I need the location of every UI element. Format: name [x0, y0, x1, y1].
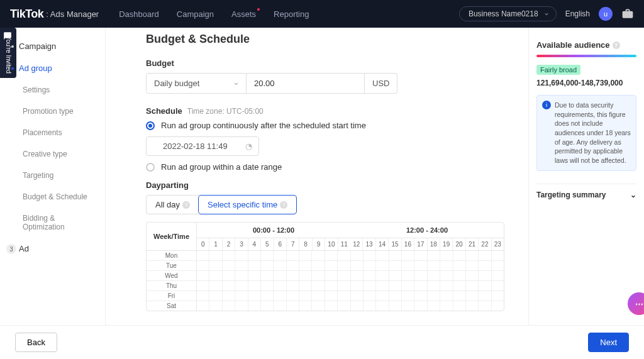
- dayparting-cell[interactable]: [287, 291, 299, 301]
- dayparting-cell[interactable]: [338, 291, 350, 301]
- dayparting-cell[interactable]: [440, 301, 453, 311]
- dayparting-cell[interactable]: [351, 281, 364, 290]
- sidebar-item-placements[interactable]: Placements: [0, 122, 105, 143]
- dayparting-cell[interactable]: [325, 291, 338, 301]
- dayparting-cell[interactable]: [197, 271, 209, 280]
- dayparting-cell[interactable]: [312, 291, 325, 301]
- dayparting-cell[interactable]: [325, 271, 338, 280]
- dayparting-cell[interactable]: [466, 251, 479, 260]
- dayparting-cell[interactable]: [402, 271, 414, 280]
- sidebar-item-targeting[interactable]: Targeting: [0, 165, 105, 186]
- dayparting-cell[interactable]: [428, 261, 440, 270]
- back-button[interactable]: Back: [15, 333, 57, 352]
- dayparting-cell[interactable]: [389, 291, 402, 301]
- dayparting-cell[interactable]: [428, 301, 440, 311]
- dayparting-cell[interactable]: [261, 251, 274, 260]
- dayparting-cell[interactable]: [235, 251, 248, 260]
- sidebar-item-campaign[interactable]: Campaign: [0, 35, 105, 57]
- dayparting-cell[interactable]: [376, 251, 389, 260]
- dayparting-cell[interactable]: [274, 251, 286, 260]
- dayparting-cell[interactable]: [338, 251, 350, 260]
- dayparting-cell[interactable]: [235, 301, 248, 311]
- dayparting-cell[interactable]: [466, 291, 479, 301]
- dayparting-cell[interactable]: [402, 261, 414, 270]
- dayparting-cell[interactable]: [325, 281, 338, 290]
- tab-allday[interactable]: All day?: [147, 196, 199, 214]
- dayparting-cell[interactable]: [414, 291, 427, 301]
- nav-assets[interactable]: Assets: [231, 9, 256, 19]
- dayparting-cell[interactable]: [235, 271, 248, 280]
- dayparting-cell[interactable]: [223, 251, 235, 260]
- budget-amount-input[interactable]: 20.00: [247, 73, 365, 94]
- dayparting-cell[interactable]: [376, 271, 389, 280]
- dayparting-cell[interactable]: [414, 271, 427, 280]
- dayparting-cell[interactable]: [466, 301, 479, 311]
- dayparting-cell[interactable]: [364, 251, 376, 260]
- dayparting-cell[interactable]: [261, 301, 274, 311]
- dayparting-cell[interactable]: [312, 261, 325, 270]
- next-button[interactable]: Next: [588, 333, 629, 352]
- nav-dashboard[interactable]: Dashboard: [119, 9, 159, 19]
- sidebar-item-bidding[interactable]: Bidding & Optimization: [0, 207, 105, 238]
- dayparting-cell[interactable]: [261, 281, 274, 290]
- dayparting-cell[interactable]: [479, 251, 491, 260]
- dayparting-cell[interactable]: [197, 251, 209, 260]
- dayparting-cell[interactable]: [453, 301, 466, 311]
- dayparting-cell[interactable]: [299, 291, 312, 301]
- dayparting-cell[interactable]: [364, 281, 376, 290]
- dayparting-cell[interactable]: [479, 291, 491, 301]
- dayparting-cell[interactable]: [274, 291, 286, 301]
- dayparting-cell[interactable]: [338, 301, 350, 311]
- dayparting-cell[interactable]: [453, 251, 466, 260]
- dayparting-cell[interactable]: [312, 281, 325, 290]
- avatar[interactable]: u: [599, 7, 613, 21]
- dayparting-cell[interactable]: [299, 251, 312, 260]
- dayparting-cell[interactable]: [479, 301, 491, 311]
- dayparting-cell[interactable]: [389, 251, 402, 260]
- dayparting-cell[interactable]: [287, 261, 299, 270]
- dayparting-cell[interactable]: [364, 291, 376, 301]
- start-date-input[interactable]: 2022-02-18 11:49 ◔: [146, 136, 259, 156]
- dayparting-cell[interactable]: [402, 301, 414, 311]
- dayparting-cell[interactable]: [338, 281, 350, 290]
- dayparting-cell[interactable]: [287, 251, 299, 260]
- dayparting-cell[interactable]: [338, 261, 350, 270]
- dayparting-cell[interactable]: [440, 271, 453, 280]
- dayparting-cell[interactable]: [312, 271, 325, 280]
- budget-type-select[interactable]: Daily budget: [146, 73, 247, 94]
- dayparting-cell[interactable]: [248, 251, 261, 260]
- sidebar-item-ad[interactable]: 3Ad: [0, 238, 105, 260]
- dayparting-cell[interactable]: [338, 271, 350, 280]
- dayparting-cell[interactable]: [492, 261, 504, 270]
- dayparting-cell[interactable]: [466, 261, 479, 270]
- dayparting-cell[interactable]: [351, 301, 364, 311]
- dayparting-cell[interactable]: [428, 281, 440, 290]
- dayparting-cell[interactable]: [376, 261, 389, 270]
- dayparting-cell[interactable]: [453, 281, 466, 290]
- dayparting-cell[interactable]: [197, 281, 209, 290]
- dayparting-cell[interactable]: [492, 291, 504, 301]
- dayparting-cell[interactable]: [299, 261, 312, 270]
- sidebar-item-creative-type[interactable]: Creative type: [0, 143, 105, 165]
- dayparting-cell[interactable]: [351, 261, 364, 270]
- dayparting-cell[interactable]: [287, 271, 299, 280]
- dayparting-cell[interactable]: [261, 271, 274, 280]
- dayparting-cell[interactable]: [299, 301, 312, 311]
- dayparting-cell[interactable]: [376, 281, 389, 290]
- dayparting-cell[interactable]: [492, 281, 504, 290]
- dayparting-cell[interactable]: [402, 281, 414, 290]
- dayparting-cell[interactable]: [414, 261, 427, 270]
- dayparting-cell[interactable]: [492, 271, 504, 280]
- briefcase-icon[interactable]: [621, 8, 634, 20]
- dayparting-cell[interactable]: [223, 291, 235, 301]
- dayparting-cell[interactable]: [274, 261, 286, 270]
- dayparting-cell[interactable]: [274, 301, 286, 311]
- dayparting-cell[interactable]: [440, 291, 453, 301]
- dayparting-cell[interactable]: [274, 281, 286, 290]
- dayparting-cell[interactable]: [440, 251, 453, 260]
- dayparting-cell[interactable]: [428, 251, 440, 260]
- dayparting-cell[interactable]: [312, 301, 325, 311]
- dayparting-cell[interactable]: [223, 281, 235, 290]
- dayparting-cell[interactable]: [351, 291, 364, 301]
- dayparting-cell[interactable]: [261, 291, 274, 301]
